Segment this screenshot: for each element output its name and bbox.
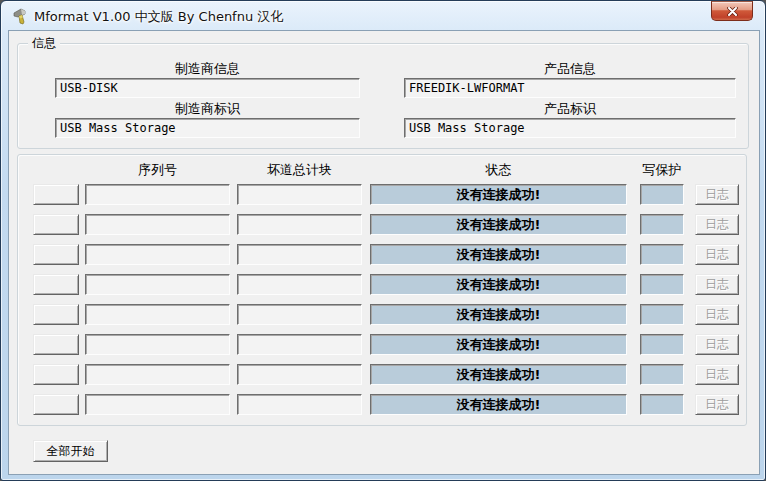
manufacturer-id-field[interactable] — [55, 118, 360, 138]
bad-blocks-field[interactable] — [237, 184, 362, 205]
window-title: Mformat V1.00 中文版 By Chenfnu 汉化 — [34, 8, 283, 26]
product-id-label: 产品标识 — [404, 100, 736, 118]
bad-blocks-field[interactable] — [237, 394, 362, 415]
device-select-button[interactable] — [33, 184, 79, 205]
device-select-button[interactable] — [33, 214, 79, 235]
start-all-button[interactable]: 全部开始 — [33, 440, 108, 462]
bad-blocks-column-header: 坏道总计块 — [237, 161, 362, 179]
bad-blocks-field[interactable] — [237, 364, 362, 385]
device-select-button[interactable] — [33, 394, 79, 415]
app-window: Mformat V1.00 中文版 By Chenfnu 汉化 信息 制造商信息… — [0, 0, 766, 481]
status-field: 没有连接成功! — [370, 304, 627, 325]
status-field: 没有连接成功! — [370, 214, 627, 235]
write-protect-field — [640, 184, 684, 205]
write-protect-field — [640, 214, 684, 235]
serial-field[interactable] — [85, 364, 230, 385]
bad-blocks-field[interactable] — [237, 214, 362, 235]
serial-field[interactable] — [85, 214, 230, 235]
serial-field[interactable] — [85, 184, 230, 205]
write-protect-column-header: 写保护 — [632, 161, 692, 179]
product-info-label: 产品信息 — [404, 60, 736, 78]
bad-blocks-field[interactable] — [237, 274, 362, 295]
bad-blocks-field[interactable] — [237, 304, 362, 325]
info-groupbox: 信息 制造商信息 产品信息 制造商标识 产品标识 — [17, 43, 749, 149]
serial-column-header: 序列号 — [85, 161, 230, 179]
app-icon — [12, 8, 29, 25]
status-field: 没有连接成功! — [370, 334, 627, 355]
table-row: 没有连接成功! 日志 — [18, 364, 746, 385]
client-area: 信息 制造商信息 产品信息 制造商标识 产品标识 序列号 坏道总计块 状态 写保… — [9, 31, 759, 474]
log-button[interactable]: 日志 — [695, 334, 739, 355]
manufacturer-info-label: 制造商信息 — [55, 60, 360, 78]
write-protect-field — [640, 334, 684, 355]
write-protect-field — [640, 364, 684, 385]
serial-field[interactable] — [85, 244, 230, 265]
titlebar[interactable]: Mformat V1.00 中文版 By Chenfnu 汉化 — [1, 1, 765, 31]
product-info-field[interactable] — [404, 78, 736, 98]
device-select-button[interactable] — [33, 364, 79, 385]
write-protect-field — [640, 304, 684, 325]
log-button[interactable]: 日志 — [695, 304, 739, 325]
serial-field[interactable] — [85, 394, 230, 415]
manufacturer-info-field[interactable] — [55, 78, 360, 98]
manufacturer-id-label: 制造商标识 — [55, 100, 360, 118]
close-icon — [727, 7, 738, 16]
table-row: 没有连接成功! 日志 — [18, 274, 746, 295]
write-protect-field — [640, 394, 684, 415]
status-field: 没有连接成功! — [370, 244, 627, 265]
table-row: 没有连接成功! 日志 — [18, 394, 746, 415]
device-table-groupbox: 序列号 坏道总计块 状态 写保护 没有连接成功! 日志 没有连接成功! 日志 没… — [17, 154, 747, 426]
status-field: 没有连接成功! — [370, 364, 627, 385]
table-row: 没有连接成功! 日志 — [18, 334, 746, 355]
bad-blocks-field[interactable] — [237, 334, 362, 355]
log-button[interactable]: 日志 — [695, 364, 739, 385]
table-row: 没有连接成功! 日志 — [18, 214, 746, 235]
write-protect-field — [640, 274, 684, 295]
status-field: 没有连接成功! — [370, 394, 627, 415]
device-select-button[interactable] — [33, 334, 79, 355]
close-button[interactable] — [711, 1, 753, 21]
device-select-button[interactable] — [33, 304, 79, 325]
table-row: 没有连接成功! 日志 — [18, 304, 746, 325]
device-select-button[interactable] — [33, 244, 79, 265]
serial-field[interactable] — [85, 304, 230, 325]
write-protect-field — [640, 244, 684, 265]
table-row: 没有连接成功! 日志 — [18, 184, 746, 205]
device-select-button[interactable] — [33, 274, 79, 295]
product-id-field[interactable] — [404, 118, 736, 138]
log-button[interactable]: 日志 — [695, 184, 739, 205]
status-field: 没有连接成功! — [370, 274, 627, 295]
status-column-header: 状态 — [370, 161, 627, 179]
log-button[interactable]: 日志 — [695, 244, 739, 265]
serial-field[interactable] — [85, 274, 230, 295]
log-button[interactable]: 日志 — [695, 274, 739, 295]
table-row: 没有连接成功! 日志 — [18, 244, 746, 265]
log-button[interactable]: 日志 — [695, 214, 739, 235]
info-group-label: 信息 — [28, 36, 60, 51]
log-button[interactable]: 日志 — [695, 394, 739, 415]
status-field: 没有连接成功! — [370, 184, 627, 205]
bad-blocks-field[interactable] — [237, 244, 362, 265]
serial-field[interactable] — [85, 334, 230, 355]
